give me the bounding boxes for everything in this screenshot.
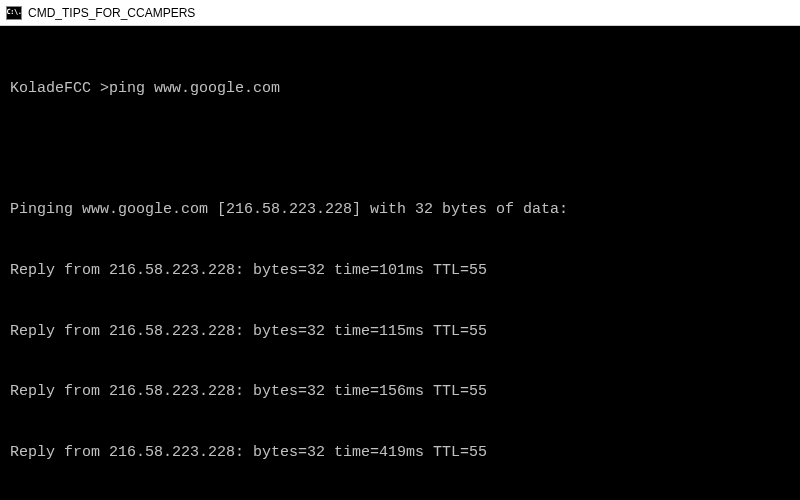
ping-header: Pinging www.google.com [216.58.223.228] … (10, 200, 790, 220)
ping-reply: Reply from 216.58.223.228: bytes=32 time… (10, 322, 790, 342)
cmd-icon: C:\. (6, 6, 22, 20)
window-titlebar[interactable]: C:\. CMD_TIPS_FOR_CCAMPERS (0, 0, 800, 26)
entered-command: ping www.google.com (109, 80, 280, 97)
prompt-line: KoladeFCC >ping www.google.com (10, 79, 790, 99)
ping-reply: Reply from 216.58.223.228: bytes=32 time… (10, 382, 790, 402)
cmd-window: C:\. CMD_TIPS_FOR_CCAMPERS KoladeFCC >pi… (0, 0, 800, 500)
cmd-icon-label: C:\. (7, 9, 22, 16)
ping-reply: Reply from 216.58.223.228: bytes=32 time… (10, 261, 790, 281)
window-title: CMD_TIPS_FOR_CCAMPERS (28, 6, 195, 20)
terminal-area[interactable]: KoladeFCC >ping www.google.com Pinging w… (0, 26, 800, 500)
ping-reply: Reply from 216.58.223.228: bytes=32 time… (10, 443, 790, 463)
prompt-prefix: KoladeFCC > (10, 80, 109, 97)
blank-line (10, 139, 790, 159)
